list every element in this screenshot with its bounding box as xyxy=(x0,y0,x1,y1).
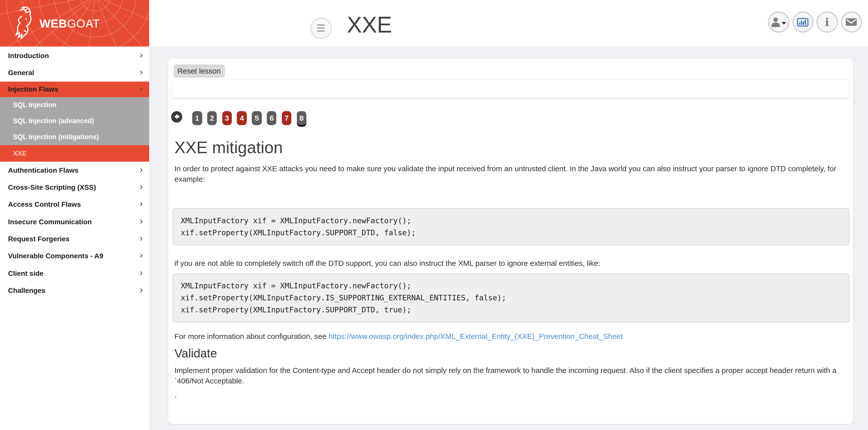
owasp-cheatsheet-link[interactable]: https://www.owasp.org/index.php/XML_Exte… xyxy=(329,332,623,340)
mail-icon xyxy=(846,18,857,26)
lesson-page-button-1[interactable]: 1 xyxy=(192,111,202,125)
sidebar-item-authentication-flaws[interactable]: Authentication Flaws› xyxy=(0,161,149,179)
back-arrow-icon xyxy=(174,114,180,120)
lesson-paragraph-1: In order to protect against XXE attacks … xyxy=(175,163,841,184)
page-title: XXE xyxy=(347,13,392,36)
sidebar-item-introduction[interactable]: Introduction› xyxy=(0,47,149,64)
sidebar-item-label: Challenges xyxy=(8,286,45,294)
reset-lesson-button[interactable]: Reset lesson xyxy=(174,65,224,78)
caret-down-icon xyxy=(782,22,786,24)
lesson-page-button-2[interactable]: 2 xyxy=(207,111,217,125)
sidebar-item-insecure-communication[interactable]: Insecure Communication› xyxy=(0,213,149,230)
chevron-right-icon: › xyxy=(140,68,143,77)
user-icon xyxy=(771,17,781,27)
contact-button[interactable] xyxy=(841,11,862,33)
sidebar-item-xxe[interactable]: XXE xyxy=(0,145,149,161)
validate-paragraph: Implement proper validation for the Cont… xyxy=(175,365,841,386)
sidebar-item-label: Vulnerable Components - A9 xyxy=(8,252,103,260)
sidebar-item-sql-injection[interactable]: SQL Injection xyxy=(0,97,149,113)
lesson-page-button-7[interactable]: 7 xyxy=(282,111,291,125)
main-area: XXE xyxy=(149,0,868,430)
lesson-page-button-4[interactable]: 4 xyxy=(237,111,247,125)
lesson-page-button-6[interactable]: 6 xyxy=(267,111,277,125)
account-button[interactable] xyxy=(768,11,789,33)
lesson-page-button-8[interactable]: 8 xyxy=(297,111,306,125)
sidebar-item-label: Request Forgeries xyxy=(8,235,69,243)
sidebar-item-challenges[interactable]: Challenges› xyxy=(0,282,149,299)
sidebar-item-label: SQL Injection xyxy=(13,101,57,109)
code-block-1: XMLInputFactory xif = XMLInputFactory.ne… xyxy=(173,209,849,246)
content-area: Reset lesson 12345678 XXE mitigation In … xyxy=(149,58,868,430)
chevron-right-icon: › xyxy=(140,285,143,294)
sidebar-menu: Introduction›General›Injection Flaws›SQL… xyxy=(0,47,149,299)
logo-text-web: WEB xyxy=(39,17,67,30)
lesson-paragraph-2: if you are not able to completely switch… xyxy=(175,258,841,268)
chevron-right-icon: › xyxy=(140,182,143,191)
chevron-right-icon: › xyxy=(140,51,143,60)
top-bar: XXE xyxy=(149,0,868,47)
sidebar-item-label: General xyxy=(8,69,34,77)
sidebar-item-label: Cross-Site Scripting (XSS) xyxy=(8,183,96,191)
chevron-right-icon: › xyxy=(140,84,143,93)
previous-page-button[interactable] xyxy=(171,111,182,122)
more-info-text: For more information about configuration… xyxy=(175,332,329,340)
sidebar: WEBGOAT Introduction›General›Injection F… xyxy=(0,0,149,430)
sidebar-item-label: SQL Injection (mitigations) xyxy=(13,133,99,141)
sidebar-item-label: Client side xyxy=(8,269,43,277)
goat-logo-icon xyxy=(6,4,34,42)
sidebar-item-cross-site-scripting-xss[interactable]: Cross-Site Scripting (XSS)› xyxy=(0,179,149,196)
logo-text-goat: GOAT xyxy=(67,17,100,30)
sidebar-item-general[interactable]: General› xyxy=(0,64,149,82)
lesson-card: Reset lesson 12345678 XXE mitigation In … xyxy=(168,58,853,424)
stray-backtick: ` xyxy=(175,395,853,403)
sidebar-item-label: Insecure Communication xyxy=(8,217,92,225)
lesson-heading: XXE mitigation xyxy=(175,139,853,156)
sidebar-item-label: Access Control Flaws xyxy=(8,201,81,209)
sidebar-item-label: Authentication Flaws xyxy=(8,166,79,174)
logo-text: WEBGOAT xyxy=(39,17,100,31)
lesson-page-button-5[interactable]: 5 xyxy=(252,111,261,125)
code-block-2: XMLInputFactory xif = XMLInputFactory.ne… xyxy=(173,274,849,322)
info-icon: i xyxy=(825,17,829,27)
lesson-attack-panel xyxy=(171,79,849,98)
topbar-actions: i xyxy=(768,11,862,33)
sidebar-item-label: Injection Flaws xyxy=(8,85,58,93)
sidebar-item-label: Introduction xyxy=(8,52,49,60)
menu-toggle-button[interactable] xyxy=(310,17,332,39)
chevron-right-icon: › xyxy=(140,234,143,243)
chevron-right-icon: › xyxy=(140,251,143,260)
bar-chart-icon xyxy=(797,18,809,26)
sidebar-item-vulnerable-components-a9[interactable]: Vulnerable Components - A9› xyxy=(0,247,149,265)
sidebar-item-label: XXE xyxy=(13,149,27,157)
more-info-line: For more information about configuration… xyxy=(175,331,841,341)
sidebar-item-injection-flaws[interactable]: Injection Flaws› xyxy=(0,81,149,97)
webgoat-app: WEBGOAT Introduction›General›Injection F… xyxy=(0,0,868,430)
chevron-right-icon: › xyxy=(140,216,143,225)
sidebar-item-client-side[interactable]: Client side› xyxy=(0,265,149,282)
lesson-pagination: 12345678 xyxy=(171,111,853,125)
webgoat-logo: WEBGOAT xyxy=(0,0,149,47)
chevron-right-icon: › xyxy=(140,268,143,277)
about-button[interactable]: i xyxy=(816,11,838,33)
lesson-page-button-3[interactable]: 3 xyxy=(222,111,232,125)
sidebar-item-sql-injection-mitigations[interactable]: SQL Injection (mitigations) xyxy=(0,129,149,145)
chevron-right-icon: › xyxy=(140,165,143,174)
validate-heading: Validate xyxy=(175,347,853,360)
sidebar-item-label: SQL Injection (advanced) xyxy=(13,117,94,125)
chevron-right-icon: › xyxy=(140,199,143,209)
sidebar-item-request-forgeries[interactable]: Request Forgeries› xyxy=(0,230,149,248)
sidebar-item-access-control-flaws[interactable]: Access Control Flaws› xyxy=(0,196,149,213)
page-buttons: 12345678 xyxy=(192,111,306,125)
scoreboard-button[interactable] xyxy=(792,11,813,33)
sidebar-item-sql-injection-advanced[interactable]: SQL Injection (advanced) xyxy=(0,113,149,129)
menu-icon xyxy=(317,25,325,32)
